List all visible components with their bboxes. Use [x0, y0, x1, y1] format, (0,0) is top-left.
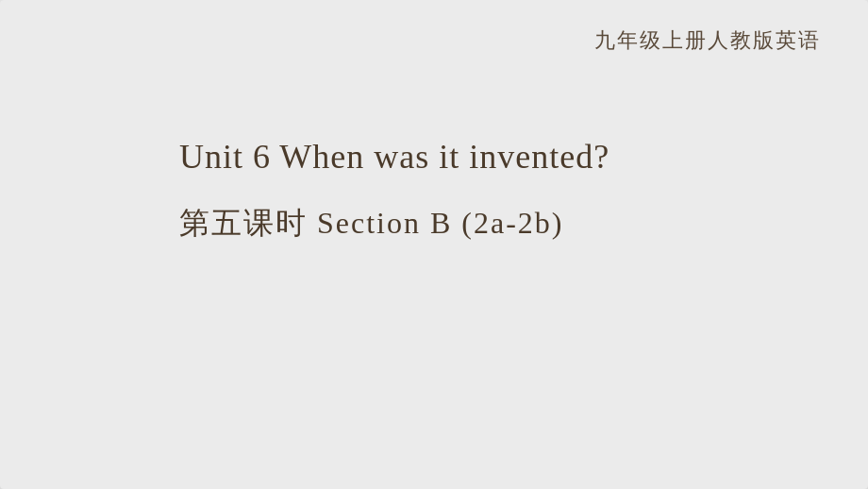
main-content: Unit 6 When was it invented? 第五课时 Sectio…	[179, 137, 609, 244]
course-title: 九年级上册人教版英语	[594, 26, 821, 55]
unit-title: Unit 6 When was it invented?	[179, 137, 609, 177]
slide-container: 九年级上册人教版英语 Unit 6 When was it invented? …	[0, 0, 868, 489]
section-title: 第五课时 Section B (2a-2b)	[179, 203, 609, 244]
